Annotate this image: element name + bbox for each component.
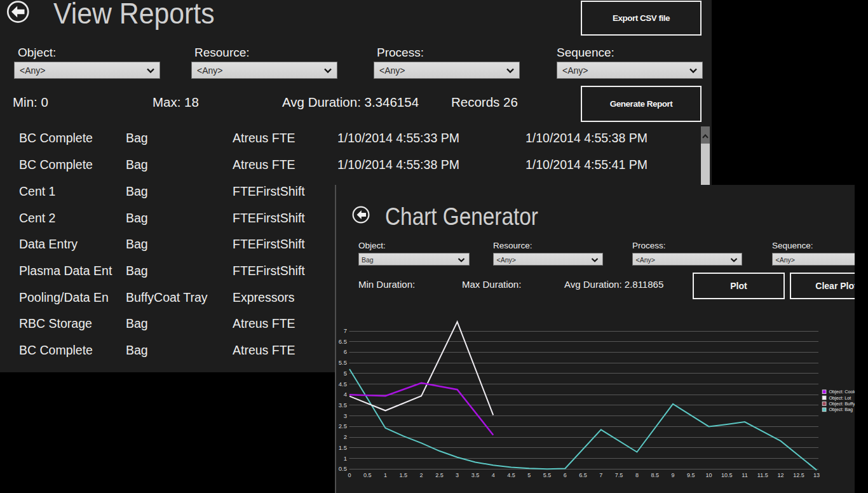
svg-text:7: 7 bbox=[344, 327, 347, 334]
svg-text:10.5: 10.5 bbox=[721, 472, 733, 478]
svg-text:11: 11 bbox=[742, 472, 747, 478]
svg-text:Object: Bag: Object: Bag bbox=[829, 407, 853, 412]
svg-text:6: 6 bbox=[564, 472, 567, 478]
svg-text:9.5: 9.5 bbox=[687, 472, 695, 478]
svg-text:0.5: 0.5 bbox=[363, 472, 372, 478]
svg-text:6: 6 bbox=[344, 348, 347, 355]
svg-text:10: 10 bbox=[705, 472, 712, 478]
svg-text:12.5: 12.5 bbox=[793, 472, 804, 478]
svg-text:Object: Coolers: Object: Coolers bbox=[829, 389, 855, 395]
svg-text:3: 3 bbox=[344, 412, 347, 419]
svg-text:6.5: 6.5 bbox=[339, 338, 347, 345]
svg-text:11.5: 11.5 bbox=[757, 472, 768, 478]
svg-text:8.5: 8.5 bbox=[651, 472, 659, 478]
svg-text:1.5: 1.5 bbox=[339, 444, 347, 451]
svg-text:1.5: 1.5 bbox=[400, 472, 408, 478]
svg-text:7.5: 7.5 bbox=[615, 472, 623, 478]
svg-text:2.5: 2.5 bbox=[339, 422, 347, 429]
svg-text:0: 0 bbox=[348, 472, 351, 478]
svg-text:Object: Lot: Object: Lot bbox=[829, 395, 851, 401]
svg-text:12: 12 bbox=[778, 472, 784, 478]
svg-text:Object: BuffyCo: Object: BuffyCo bbox=[829, 401, 855, 407]
svg-text:5: 5 bbox=[527, 472, 531, 478]
svg-text:2: 2 bbox=[420, 472, 423, 478]
svg-text:6.5: 6.5 bbox=[579, 472, 587, 478]
svg-text:5.5: 5.5 bbox=[339, 359, 347, 366]
svg-text:2.5: 2.5 bbox=[435, 472, 444, 478]
svg-text:5: 5 bbox=[344, 370, 347, 377]
svg-text:9: 9 bbox=[671, 472, 674, 478]
svg-text:8: 8 bbox=[635, 472, 639, 478]
svg-text:4.5: 4.5 bbox=[339, 381, 347, 388]
svg-text:3: 3 bbox=[456, 472, 459, 478]
svg-text:1: 1 bbox=[384, 472, 387, 478]
svg-text:0.5: 0.5 bbox=[339, 465, 347, 472]
svg-text:4: 4 bbox=[492, 472, 495, 478]
svg-text:3.5: 3.5 bbox=[471, 472, 480, 478]
svg-text:3.5: 3.5 bbox=[339, 402, 347, 409]
svg-text:4.5: 4.5 bbox=[507, 472, 515, 478]
svg-text:5.5: 5.5 bbox=[543, 472, 552, 478]
svg-text:7: 7 bbox=[599, 472, 602, 478]
svg-text:4: 4 bbox=[344, 391, 347, 398]
svg-text:2: 2 bbox=[344, 433, 347, 440]
svg-text:13: 13 bbox=[813, 472, 820, 478]
svg-text:1: 1 bbox=[344, 455, 347, 462]
